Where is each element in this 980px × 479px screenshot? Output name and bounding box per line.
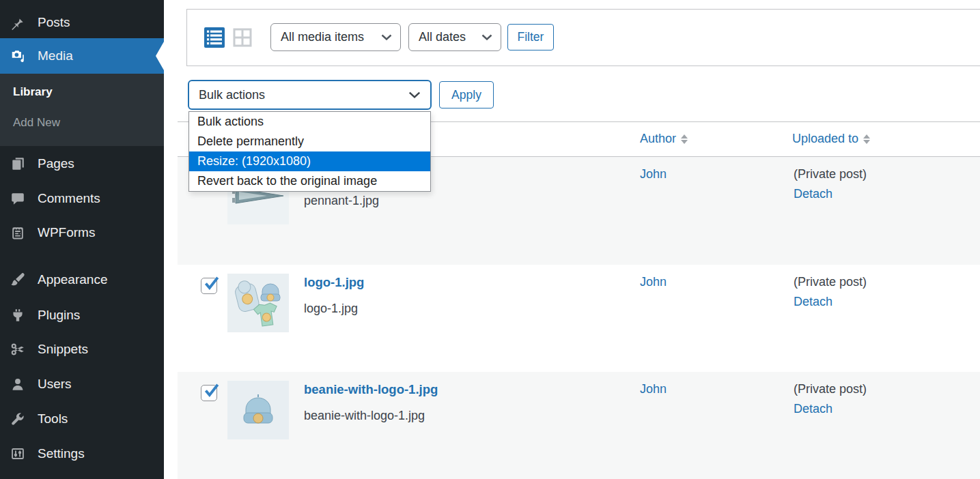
sidebar-item-label: Pages [38,156,74,171]
checkmark-icon [202,275,220,293]
sort-arrows-icon [681,134,688,144]
form-icon [10,225,25,240]
sidebar-item-wpforms[interactable]: WPForms [0,216,164,250]
brush-icon [10,272,25,287]
admin-sidebar: Posts Media Library Add New Pages Commen… [0,0,164,479]
media-title-link[interactable]: logo-1.jpg [304,275,364,290]
media-submenu: Library Add New [0,74,164,146]
sidebar-item-posts[interactable]: Posts [0,7,164,38]
sidebar-item-users[interactable]: Users [0,367,164,401]
author-link[interactable]: John [640,275,667,289]
chevron-down-icon [481,34,492,40]
grid-view-icon[interactable] [232,27,253,48]
pin-icon [10,15,25,30]
sidebar-item-settings[interactable]: Settings [0,437,164,471]
author-column-header[interactable]: Author [640,132,688,146]
date-filter-select[interactable]: All dates [408,23,501,51]
sidebar-item-label: Snippets [38,342,88,357]
checkmark-icon [202,382,220,400]
media-icon [10,48,25,63]
detach-link[interactable]: Detach [794,295,832,309]
media-thumbnail-beanie[interactable] [227,381,289,439]
sort-arrows-icon [863,134,870,144]
date-filter-value: All dates [419,30,466,44]
row-checkbox[interactable] [201,385,217,401]
table-row: logo-1.jpg logo-1.jpg John (Private post… [178,265,980,372]
sidebar-item-label: Plugins [38,308,80,323]
sidebar-item-tools[interactable]: Tools [0,402,164,436]
sidebar-item-media[interactable]: Media [0,38,164,74]
settings-icon [10,446,25,461]
pages-icon [10,156,25,171]
media-type-filter-select[interactable]: All media items [270,23,401,51]
table-row: beanie-with-logo-1.jpg beanie-with-logo-… [178,372,980,479]
media-filename: pennant-1.jpg [304,194,379,208]
media-toolbar: All media items All dates Filter [186,9,980,66]
author-link[interactable]: John [640,167,667,182]
filter-button[interactable]: Filter [507,24,554,50]
sidebar-item-snippets[interactable]: Snippets [0,332,164,366]
media-title-link[interactable]: beanie-with-logo-1.jpg [304,382,438,397]
plug-icon [10,308,25,323]
comment-icon [10,191,25,206]
detach-link[interactable]: Detach [794,402,832,416]
sidebar-item-comments[interactable]: Comments [0,182,164,216]
sidebar-item-label: WPForms [38,225,95,240]
media-library-content: All media items All dates Filter Author … [164,0,980,479]
sidebar-item-label: Media [38,48,73,63]
sidebar-item-label: Tools [38,411,68,426]
apply-button[interactable]: Apply [439,81,494,108]
scissors-icon [10,342,25,357]
bulk-actions-select[interactable]: Bulk actions [188,80,432,110]
user-icon [10,377,25,392]
dropdown-option-resize[interactable]: Resize: (1920x1080) [189,151,430,171]
bulk-actions-value: Bulk actions [199,88,265,102]
sidebar-item-library[interactable]: Library [13,85,53,99]
sidebar-item-plugins[interactable]: Plugins [0,298,164,332]
author-link[interactable]: John [640,382,667,396]
sidebar-item-add-new[interactable]: Add New [13,116,60,130]
media-filename: beanie-with-logo-1.jpg [304,409,425,423]
dropdown-option-bulk-actions[interactable]: Bulk actions [189,112,430,132]
uploaded-to-text: (Private post) [794,167,867,182]
sidebar-item-label: Settings [38,446,85,461]
dropdown-option-revert[interactable]: Revert back to the original image [189,171,430,191]
uploaded-to-text: (Private post) [794,275,867,289]
uploaded-to-column-header[interactable]: Uploaded to [792,132,870,146]
sidebar-item-label: Appearance [38,272,107,287]
sidebar-item-appearance[interactable]: Appearance [0,263,164,297]
list-view-icon[interactable] [204,27,225,48]
row-checkbox[interactable] [201,278,217,294]
media-type-filter-value: All media items [281,30,364,44]
detach-link[interactable]: Detach [794,187,832,201]
chevron-down-icon [408,91,421,98]
sidebar-item-label: Posts [38,15,70,30]
bulk-actions-dropdown: Bulk actions Delete permanently Resize: … [188,111,431,192]
media-filename: logo-1.jpg [304,302,358,316]
sidebar-item-label: Users [38,377,72,392]
media-thumbnail-apparel[interactable] [227,274,289,332]
wordpress-admin-media-library: Posts Media Library Add New Pages Commen… [0,0,980,479]
sidebar-item-label: Comments [38,191,100,206]
chevron-down-icon [381,34,392,40]
sidebar-item-pages[interactable]: Pages [0,147,164,181]
wrench-icon [10,411,25,426]
dropdown-option-delete-permanently[interactable]: Delete permanently [189,132,430,151]
uploaded-to-text: (Private post) [794,382,867,396]
